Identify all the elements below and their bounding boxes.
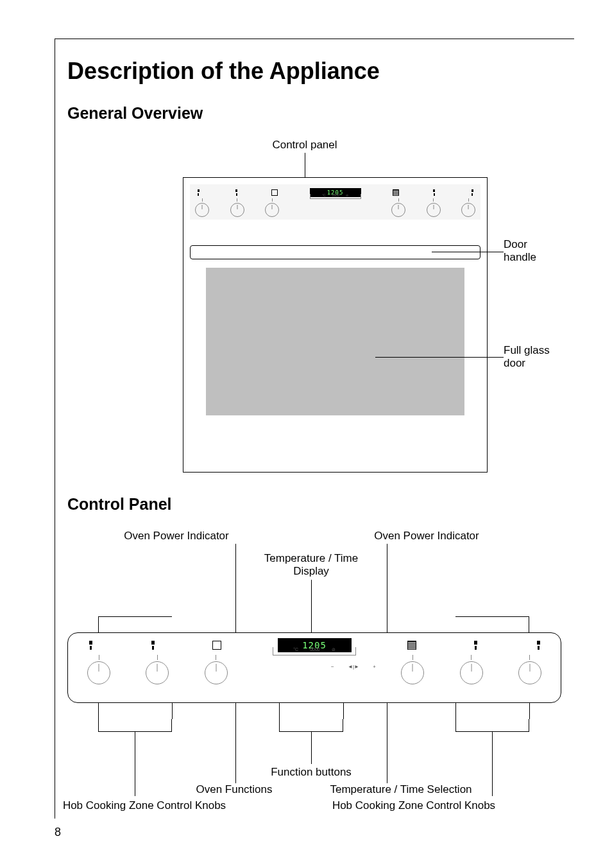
oven-function-knob-icon	[205, 661, 228, 684]
label-oven-power-indicator-right: Oven Power Indicator	[356, 530, 497, 542]
oven-control-panel: 1205 °C0000⊘	[190, 184, 480, 220]
oven-door-handle	[190, 245, 480, 259]
hob-knob-icon	[427, 203, 441, 217]
temp-selection-knob-icon	[391, 203, 405, 217]
hob-indicator-icon	[535, 641, 541, 650]
section-general-overview: General Overview Control panel 1205	[67, 104, 561, 473]
hob-indicator-icon	[469, 189, 475, 196]
oven-glass-door	[206, 268, 464, 415]
hob-knob-icon	[87, 661, 110, 684]
section-title-control-panel: Control Panel	[67, 495, 561, 514]
label-glass-door: Full glass door	[504, 344, 550, 370]
leader-power-right	[387, 544, 387, 639]
leader-hob-left-v2	[172, 703, 173, 719]
leader-func-join	[279, 719, 343, 732]
leader-control-panel	[305, 153, 305, 178]
label-oven-functions: Oven Functions	[183, 783, 285, 796]
hob-knob-icon	[230, 203, 244, 217]
label-temp-time-display: Temperature / Time Display	[247, 552, 375, 578]
hob-knob-icon	[461, 203, 475, 217]
hob-indicator-icon	[473, 641, 479, 650]
leader-func-v2	[343, 703, 344, 719]
leader-door-handle	[432, 252, 504, 252]
leader-hob-left-top	[98, 616, 172, 632]
leader-hob-right-down	[492, 732, 493, 796]
hob-knob-icon	[146, 661, 169, 684]
leader-glass-door	[375, 357, 504, 358]
page: Description of the Appliance General Ove…	[0, 0, 612, 868]
label-oven-power-indicator-left: Oven Power Indicator	[106, 530, 247, 542]
hob-indicator-icon	[87, 641, 94, 650]
page-number: 8	[55, 826, 61, 839]
overview-diagram: Control panel 1205	[67, 139, 561, 473]
leader-temp-selection	[387, 703, 387, 783]
panel-knob-row: °C0000⊘	[190, 198, 480, 218]
page-border-left	[55, 39, 55, 819]
oven-function-knob-icon	[265, 203, 279, 217]
hob-knob-icon	[518, 661, 541, 684]
label-door-handle: Door handle	[504, 238, 536, 264]
hob-indicator-icon	[234, 189, 240, 196]
oven-illustration: 1205 °C0000⊘	[183, 177, 488, 473]
page-title: Description of the Appliance	[67, 58, 561, 85]
leader-hob-right-v1	[455, 703, 456, 719]
leader-func-v1	[279, 703, 280, 719]
leader-hob-right-join	[455, 719, 529, 732]
hob-knob-icon	[460, 661, 483, 684]
leader-temp-display	[311, 580, 312, 640]
control-panel-illustration: 1205 −◄|►+ °C 0000	[67, 632, 561, 703]
oven-power-indicator-icon	[393, 189, 399, 196]
temp-selection-knob-icon	[401, 661, 424, 684]
leader-oven-functions	[235, 703, 236, 783]
label-function-buttons: Function buttons	[260, 766, 362, 779]
label-temp-time-selection: Temperature / Time Selection	[311, 783, 491, 796]
oven-power-indicator-icon	[212, 641, 221, 650]
leader-power-left	[235, 544, 236, 639]
cp-knob-row: °C 0000 ⊘	[68, 652, 561, 684]
section-control-panel: Control Panel Oven Power Indicator Oven …	[67, 495, 561, 819]
hob-indicator-icon	[195, 189, 201, 196]
hob-indicator-icon	[150, 641, 157, 650]
leader-hob-right-top	[455, 616, 529, 632]
label-control-panel: Control panel	[260, 139, 350, 152]
label-hob-knobs-left: Hob Cooking Zone Control Knobs	[55, 799, 234, 812]
oven-power-indicator-icon	[271, 189, 278, 196]
hob-indicator-icon	[431, 189, 438, 196]
slider-indicator-icon: −◄|►+	[331, 665, 376, 668]
oven-power-indicator-icon	[407, 641, 416, 650]
leader-hob-left-join	[98, 719, 172, 732]
content-area: Description of the Appliance General Ove…	[67, 58, 561, 841]
leader-hob-right-v2	[529, 703, 530, 719]
leader-hob-left-v1	[98, 703, 99, 719]
page-border-top	[55, 39, 574, 39]
leader-hob-left-down	[135, 732, 135, 796]
hob-knob-icon	[195, 203, 209, 217]
control-panel-diagram: Oven Power Indicator Oven Power Indicato…	[67, 530, 561, 819]
section-title-overview: General Overview	[67, 104, 561, 123]
label-hob-knobs-right: Hob Cooking Zone Control Knobs	[324, 799, 504, 812]
leader-func-down	[311, 732, 312, 764]
